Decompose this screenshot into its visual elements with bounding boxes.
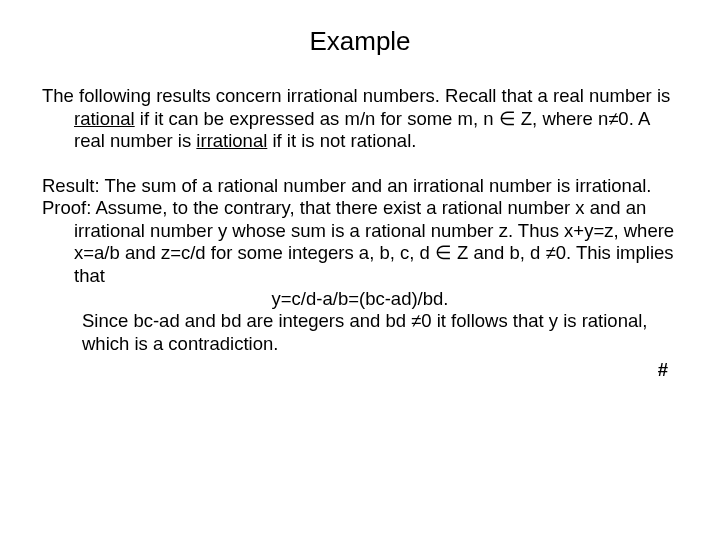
slide: Example The following results concern ir… (0, 0, 720, 540)
equation-line: y=c/d-a/b=(bc-ad)/bd. (42, 288, 678, 311)
slide-body: The following results concern irrational… (0, 85, 720, 382)
slide-title: Example (0, 0, 720, 85)
intro-paragraph: The following results concern irrational… (42, 85, 678, 153)
underline-rational: rational (74, 108, 135, 129)
result-proof-block: Result: The sum of a rational number and… (42, 175, 678, 382)
qed-mark: # (42, 359, 678, 382)
intro-text-post: if it is not rational. (267, 130, 416, 151)
result-line: Result: The sum of a rational number and… (42, 175, 678, 198)
intro-text-pre: The following results concern irrational… (42, 85, 670, 106)
underline-irrational: irrational (196, 130, 267, 151)
proof-part1: Proof: Assume, to the contrary, that the… (42, 197, 678, 287)
proof-part2: Since bc-ad and bd are integers and bd ≠… (42, 310, 678, 355)
